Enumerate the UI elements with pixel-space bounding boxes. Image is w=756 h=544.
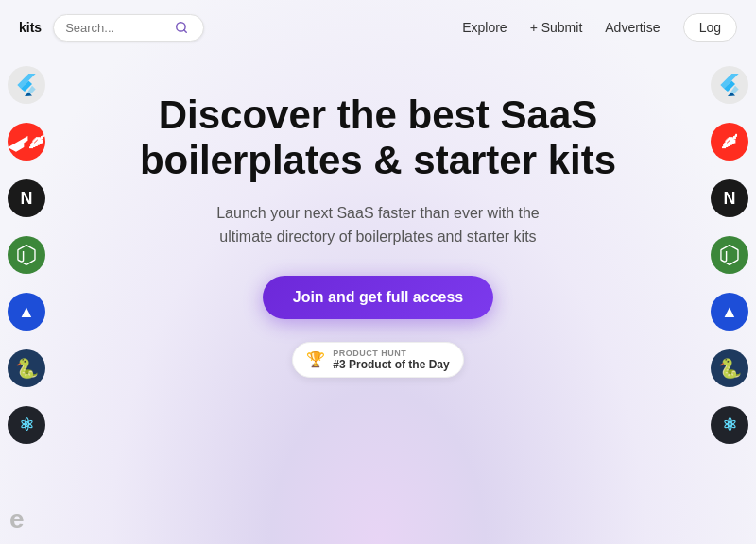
cta-button[interactable]: Join and get full access bbox=[263, 276, 494, 319]
navbar-left: kits bbox=[19, 14, 204, 42]
product-hunt-label: PRODUCT HUNT #3 Product of the Day bbox=[333, 348, 449, 371]
hero-subtitle: Launch your next SaaS faster than ever w… bbox=[208, 201, 548, 249]
bottom-logo-partial: e bbox=[0, 495, 34, 544]
hero-section: Discover the best SaaS boilerplates & st… bbox=[0, 55, 756, 397]
navbar-right: Explore + Submit Advertise Log bbox=[462, 13, 737, 42]
product-hunt-badge: 🏆 PRODUCT HUNT #3 Product of the Day bbox=[292, 342, 463, 378]
login-button[interactable]: Log bbox=[683, 13, 737, 42]
product-hunt-rank: #3 Product of the Day bbox=[333, 358, 449, 371]
nav-explore[interactable]: Explore bbox=[462, 20, 507, 35]
nav-submit[interactable]: + Submit bbox=[530, 20, 583, 35]
nav-advertise[interactable]: Advertise bbox=[605, 20, 660, 35]
product-hunt-top-label: PRODUCT HUNT bbox=[333, 348, 406, 358]
search-bar[interactable] bbox=[53, 14, 204, 42]
svg-line-1 bbox=[184, 30, 187, 33]
left-icon-react: ⚛ bbox=[8, 406, 45, 444]
right-icon-react: ⚛ bbox=[711, 406, 748, 444]
product-hunt-icon: 🏆 bbox=[306, 350, 325, 368]
navbar: kits Explore + Submit Advertise Log bbox=[0, 0, 756, 55]
search-input[interactable] bbox=[65, 21, 169, 35]
search-icon bbox=[175, 21, 188, 34]
hero-title: Discover the best SaaS boilerplates & st… bbox=[140, 93, 616, 184]
site-logo: kits bbox=[19, 20, 42, 35]
